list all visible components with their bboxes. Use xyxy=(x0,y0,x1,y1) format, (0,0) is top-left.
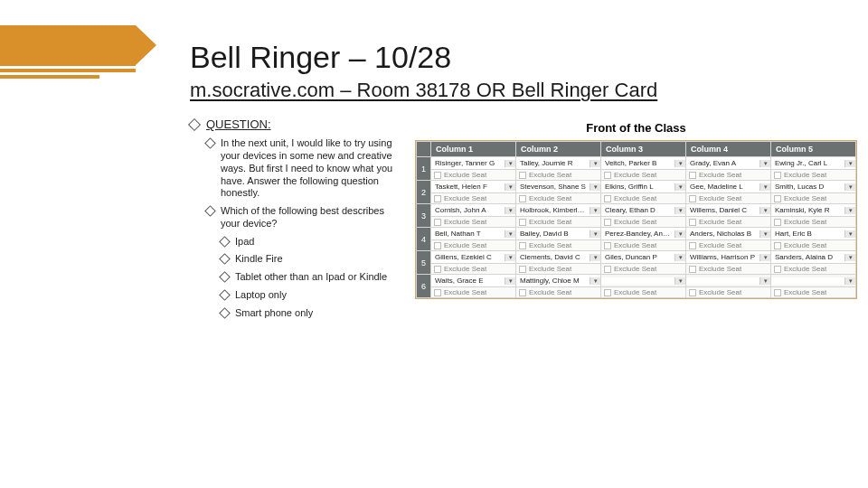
student-name[interactable]: Waits, Grace E xyxy=(431,275,505,286)
exclude-seat-checkbox[interactable] xyxy=(604,266,611,273)
student-name[interactable]: Smith, Lucas D xyxy=(771,181,844,192)
student-name[interactable]: Bailey, David B xyxy=(516,228,590,239)
chevron-down-icon[interactable]: ▾ xyxy=(590,277,600,285)
exclude-seat-label: Exclude Seat xyxy=(784,288,826,296)
chevron-down-icon[interactable]: ▾ xyxy=(505,230,515,238)
exclude-seat-checkbox[interactable] xyxy=(604,172,611,179)
exclude-seat-checkbox[interactable] xyxy=(774,195,781,202)
exclude-seat-checkbox[interactable] xyxy=(604,219,611,226)
exclude-seat-checkbox[interactable] xyxy=(774,289,781,296)
student-name[interactable] xyxy=(771,279,844,283)
exclude-seat-checkbox[interactable] xyxy=(519,195,526,202)
chevron-down-icon[interactable]: ▾ xyxy=(675,230,685,238)
chevron-down-icon[interactable]: ▾ xyxy=(844,277,855,285)
student-name[interactable]: Risinger, Tanner G xyxy=(431,157,505,169)
student-name[interactable]: Perez-Bandey, Andy J xyxy=(601,228,675,239)
exclude-seat-checkbox[interactable] xyxy=(774,172,781,179)
student-name[interactable]: Cleary, Ethan D xyxy=(601,204,675,216)
student-name[interactable]: Kaminski, Kyle R xyxy=(771,204,844,216)
chevron-down-icon[interactable]: ▾ xyxy=(675,183,685,191)
chevron-down-icon[interactable]: ▾ xyxy=(675,277,685,285)
student-name[interactable]: Hart, Eric B xyxy=(771,228,844,239)
student-name[interactable]: Ewing Jr., Carl L xyxy=(771,157,844,169)
chevron-down-icon[interactable]: ▾ xyxy=(505,207,515,214)
student-name[interactable]: Veitch, Parker B xyxy=(601,157,675,169)
student-name[interactable]: Bell, Nathan T xyxy=(431,228,505,239)
chevron-down-icon[interactable]: ▾ xyxy=(505,277,515,285)
student-name[interactable]: Grady, Evan A xyxy=(686,157,760,169)
student-name[interactable]: Stevenson, Shane S xyxy=(516,181,590,192)
student-name[interactable]: Clements, David C xyxy=(516,251,590,263)
exclude-seat-checkbox[interactable] xyxy=(434,289,441,296)
chevron-down-icon[interactable]: ▾ xyxy=(844,230,855,238)
chevron-down-icon[interactable]: ▾ xyxy=(675,160,685,167)
exclude-seat-checkbox[interactable] xyxy=(774,219,781,226)
chevron-down-icon[interactable]: ▾ xyxy=(675,254,685,261)
chevron-down-icon[interactable]: ▾ xyxy=(760,207,770,214)
exclude-seat-checkbox[interactable] xyxy=(689,289,696,296)
student-name[interactable]: Sanders, Alaina D xyxy=(771,251,844,263)
chevron-down-icon[interactable]: ▾ xyxy=(505,160,515,167)
exclude-seat-checkbox[interactable] xyxy=(689,172,696,179)
student-name[interactable]: Giles, Duncan P xyxy=(601,251,675,263)
exclude-seat-checkbox[interactable] xyxy=(604,242,611,249)
student-name[interactable] xyxy=(686,279,760,283)
chevron-down-icon[interactable]: ▾ xyxy=(505,254,515,261)
exclude-seat-checkbox[interactable] xyxy=(519,172,526,179)
chevron-down-icon[interactable]: ▾ xyxy=(844,207,855,214)
student-name[interactable]: Williams, Harrison P xyxy=(686,251,760,263)
chevron-down-icon[interactable]: ▾ xyxy=(760,277,770,285)
exclude-seat-checkbox[interactable] xyxy=(604,195,611,202)
exclude-seat-checkbox[interactable] xyxy=(689,242,696,249)
chevron-down-icon[interactable]: ▾ xyxy=(590,160,600,167)
student-name[interactable] xyxy=(601,279,675,283)
student-name[interactable]: Gillens, Ezekiel C xyxy=(431,251,505,263)
chevron-down-icon[interactable]: ▾ xyxy=(760,183,770,191)
chevron-down-icon[interactable]: ▾ xyxy=(590,207,600,214)
exclude-seat-checkbox[interactable] xyxy=(434,172,441,179)
student-name[interactable]: Holbrook, Kimberly H xyxy=(516,204,590,216)
exclude-seat-checkbox[interactable] xyxy=(689,266,696,273)
student-name[interactable]: Gee, Madeline L xyxy=(686,181,760,192)
chevron-down-icon[interactable]: ▾ xyxy=(844,254,855,261)
row-number: 2 xyxy=(417,181,431,204)
chevron-down-icon[interactable]: ▾ xyxy=(760,254,770,261)
student-name[interactable]: Elkins, Griffin L xyxy=(601,181,675,192)
chevron-down-icon[interactable]: ▾ xyxy=(505,183,515,191)
exclude-seat-checkbox[interactable] xyxy=(689,195,696,202)
exclude-seat-checkbox[interactable] xyxy=(434,219,441,226)
exclude-seat-label: Exclude Seat xyxy=(699,194,741,202)
chevron-down-icon[interactable]: ▾ xyxy=(760,160,770,167)
column-header: Column 2 xyxy=(516,142,601,157)
exclude-seat-checkbox[interactable] xyxy=(434,266,441,273)
exclude-seat-checkbox[interactable] xyxy=(519,266,526,273)
student-name[interactable]: Willems, Daniel C xyxy=(686,204,760,216)
exclude-seat-checkbox[interactable] xyxy=(774,242,781,249)
chevron-down-icon[interactable]: ▾ xyxy=(844,183,855,191)
student-name[interactable]: Taskett, Helen F xyxy=(431,181,505,192)
chevron-down-icon[interactable]: ▾ xyxy=(760,230,770,238)
exclude-seat-checkbox[interactable] xyxy=(774,266,781,273)
exclude-seat-checkbox[interactable] xyxy=(519,219,526,226)
row-number: 1 xyxy=(417,157,431,181)
exclude-seat-label: Exclude Seat xyxy=(529,194,571,202)
student-name[interactable]: Cornish, John A xyxy=(431,204,505,216)
exclude-seat-checkbox[interactable] xyxy=(604,289,611,296)
chevron-down-icon[interactable]: ▾ xyxy=(590,230,600,238)
chevron-down-icon[interactable]: ▾ xyxy=(675,207,685,214)
exclude-seat-checkbox[interactable] xyxy=(434,242,441,249)
chevron-down-icon[interactable]: ▾ xyxy=(844,160,855,167)
chevron-down-icon[interactable]: ▾ xyxy=(590,183,600,191)
exclude-seat-label: Exclude Seat xyxy=(784,218,826,226)
exclude-seat-checkbox[interactable] xyxy=(519,289,526,296)
exclude-seat-checkbox[interactable] xyxy=(519,242,526,249)
student-name[interactable]: Talley, Journie R xyxy=(516,157,590,169)
choice-item: Ipad xyxy=(221,236,402,249)
exclude-seat-label: Exclude Seat xyxy=(614,241,656,249)
exclude-seat-checkbox[interactable] xyxy=(434,195,441,202)
exclude-seat-checkbox[interactable] xyxy=(689,219,696,226)
student-name[interactable]: Anders, Nicholas B xyxy=(686,228,760,239)
chevron-down-icon[interactable]: ▾ xyxy=(590,254,600,261)
front-of-class-label: Front of the Class xyxy=(415,121,857,135)
student-name[interactable]: Mattingly, Chloe M xyxy=(516,275,590,286)
